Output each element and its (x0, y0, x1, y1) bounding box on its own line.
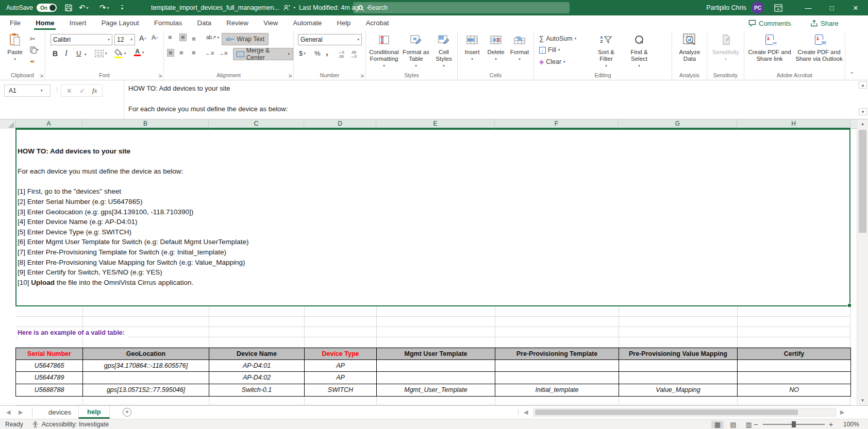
formula-bar-splitter[interactable]: ⋮ (54, 87, 60, 93)
delete-cells-button[interactable]: Delete ▾ (485, 32, 507, 62)
sheet-nav-right-icon[interactable]: ▶ (19, 406, 23, 419)
align-left-button[interactable]: ≡ (167, 49, 174, 57)
table-cell[interactable] (495, 360, 619, 372)
table-cell[interactable] (738, 360, 851, 372)
paste-button[interactable]: Paste ▾ (3, 32, 27, 62)
tab-formulas[interactable]: Formulas (147, 15, 189, 30)
zoom-out-button[interactable]: − (754, 419, 758, 429)
create-pdf-outlook-button[interactable]: λ✉ Create PDF and Share via Outlook (795, 32, 843, 62)
align-bottom-button[interactable]: ≡ (192, 36, 196, 42)
name-box[interactable]: ▾ (4, 84, 51, 97)
sheet-tab-devices[interactable]: devices (40, 406, 80, 419)
decrease-font-button[interactable]: A˅ (152, 34, 158, 41)
table-cell[interactable]: AP-D4:01 (209, 360, 305, 372)
underline-dropdown-icon[interactable]: ▾ (85, 53, 87, 57)
table-header-cell[interactable]: Certify (738, 348, 851, 360)
table-header-cell[interactable]: Device Name (209, 348, 305, 360)
collapse-ribbon-button[interactable]: ⌃ (849, 71, 854, 78)
select-all-corner[interactable] (0, 119, 15, 129)
table-cell[interactable]: Value_Mapping (619, 384, 738, 397)
table-cell[interactable]: Initial_template (495, 384, 619, 397)
grid-row-2[interactable] (15, 306, 850, 317)
increase-decimal-button[interactable]: ←0.00 (338, 50, 344, 59)
sensitivity-button[interactable]: Sensitivity ▾ (709, 32, 742, 62)
formula-bar-scroll[interactable]: ▲ ▼ (859, 81, 867, 117)
table-cell[interactable]: U5647865 (16, 360, 83, 372)
number-format-select[interactable]: General▾ (298, 34, 362, 45)
merge-center-button[interactable]: ↔ Merge & Center ▾ (233, 48, 293, 60)
increase-indent-button[interactable]: →≡ (219, 50, 227, 56)
create-pdf-link-button[interactable]: λ∞ Create PDF and Share link (746, 32, 793, 62)
vertical-scrollbar-thumb[interactable] (859, 130, 866, 233)
cancel-icon[interactable]: ✕ (66, 87, 72, 95)
table-cell[interactable]: SWITCH (305, 384, 377, 397)
view-normal-button[interactable]: ▦ (711, 421, 724, 428)
hscroll-right-icon[interactable]: ▶ (840, 406, 844, 419)
tab-review[interactable]: Review (220, 15, 255, 30)
column-header-d[interactable]: D (304, 119, 376, 129)
table-cell[interactable] (83, 372, 209, 384)
orientation-button[interactable]: ab↗▾ (206, 35, 219, 40)
search-input[interactable] (368, 4, 554, 11)
bold-button[interactable]: B (53, 49, 58, 58)
decrease-decimal-button[interactable]: .00→0 (350, 50, 357, 59)
table-header-cell[interactable]: Serial Number (16, 348, 83, 360)
table-cell[interactable]: AP (305, 360, 377, 372)
autosum-button[interactable]: ∑ AutoSum ▾ (539, 35, 576, 42)
tabbar-splitter[interactable]: ⋮ (515, 408, 521, 415)
find-select-button[interactable]: Find & Select ▾ (625, 32, 654, 69)
clipboard-dialog-launcher-icon[interactable]: ⇲ (39, 73, 43, 78)
align-center-button[interactable]: ≡ (179, 50, 183, 56)
font-dialog-launcher-icon[interactable]: ⇲ (158, 73, 162, 78)
grid-row-4[interactable] (15, 327, 850, 337)
fill-button[interactable]: ↓ Fill ▾ (539, 46, 560, 54)
font-color-button[interactable]: A ▾ (134, 49, 144, 56)
grid-row-3[interactable] (15, 317, 850, 327)
align-right-button[interactable]: ≡ (192, 50, 196, 56)
format-cells-button[interactable]: Format ▾ (508, 32, 531, 62)
column-header-e[interactable]: E (376, 119, 495, 129)
save-button[interactable] (64, 0, 73, 15)
align-middle-button[interactable]: ≡ (179, 33, 187, 41)
align-top-button[interactable]: ≡ (168, 35, 172, 40)
insert-function-icon[interactable]: fx (92, 87, 97, 95)
zoom-slider[interactable] (763, 419, 825, 429)
vertical-scrollbar[interactable]: ▲ ▼ (857, 119, 868, 405)
user-name[interactable]: Partipilo Chris (697, 0, 746, 15)
alignment-dialog-launcher-icon[interactable]: ⇲ (288, 73, 292, 78)
minimize-button[interactable]: — (796, 0, 820, 15)
sort-filter-button[interactable]: AZ Sort & Filter ▾ (592, 32, 621, 69)
sheet-tab-help[interactable]: help (78, 406, 110, 419)
enter-icon[interactable]: ✓ (79, 87, 85, 95)
merged-instruction-cell[interactable]: HOW TO: Add devices to your site For eac… (15, 129, 850, 306)
formula-content[interactable]: HOW TO: Add devices to your site For eac… (124, 80, 856, 119)
tab-page-layout[interactable]: Page Layout (95, 15, 146, 30)
ribbon-display-options-button[interactable] (774, 0, 782, 15)
grid-row-10[interactable] (15, 396, 850, 405)
column-header-a[interactable]: A (15, 119, 82, 129)
maximize-button[interactable]: □ (820, 0, 844, 15)
zoom-in-button[interactable]: + (829, 419, 833, 429)
font-size-select[interactable]: 12▾ (114, 34, 135, 45)
table-cell[interactable] (619, 360, 738, 372)
table-cell[interactable] (619, 372, 738, 384)
user-menu[interactable]: PC (752, 0, 764, 15)
column-header-g[interactable]: G (619, 119, 737, 129)
tab-automate[interactable]: Automate (287, 15, 329, 30)
table-cell[interactable]: U5688788 (16, 384, 83, 397)
tab-help[interactable]: Help (330, 15, 358, 30)
table-cell[interactable] (738, 372, 851, 384)
table-cell[interactable]: AP (305, 372, 377, 384)
decrease-indent-button[interactable]: ←≡ (205, 50, 214, 56)
close-button[interactable]: ✕ (844, 0, 867, 15)
table-cell[interactable]: gps[34.170864::-118.605576] (83, 360, 209, 372)
table-header-cell[interactable]: Device Type (305, 348, 377, 360)
tab-acrobat[interactable]: Acrobat (359, 15, 396, 30)
column-header-b[interactable]: B (82, 119, 209, 129)
cut-button[interactable]: ✂ (30, 35, 35, 43)
table-cell[interactable]: Mgmt_User_Template (377, 384, 495, 397)
scroll-up-icon[interactable]: ▲ (857, 119, 868, 129)
font-name-select[interactable]: Calibri▾ (51, 34, 112, 45)
borders-button[interactable]: ▾ (95, 50, 107, 57)
copy-button[interactable]: ▾ (30, 46, 39, 54)
